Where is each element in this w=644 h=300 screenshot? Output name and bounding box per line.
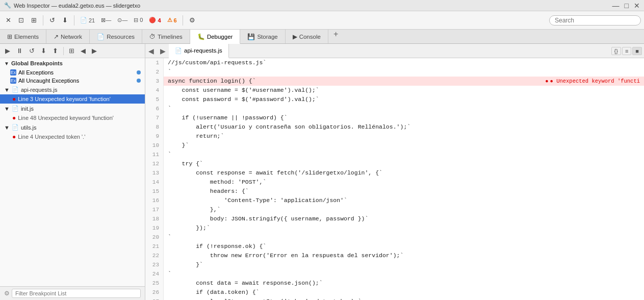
tab-elements[interactable]: ⊞ Elements xyxy=(0,30,46,43)
file-header-init[interactable]: ▼ 📄 init.js xyxy=(0,104,145,113)
line-number-8: 8 xyxy=(145,122,164,132)
timelines-icon: ⏱ xyxy=(149,33,156,40)
line-content-15: headers: {` xyxy=(164,187,644,196)
code-line-5: 5 const password = $('#password').val();… xyxy=(145,95,644,104)
tab-storage[interactable]: 💾 Storage xyxy=(240,30,285,43)
file-header-api-requests[interactable]: ▼ 📄 api-requests.js xyxy=(0,85,145,94)
line-content-14: method: 'POST',` xyxy=(164,178,644,187)
code-area[interactable]: 1//js/custom/api-requests.js`2`3async fu… xyxy=(145,58,644,300)
init-error-1[interactable]: ● Line 48 Unexpected keyword 'function' xyxy=(0,113,145,122)
breakpoints-panel: ▼ Global Breakpoints Ex All Exceptions E… xyxy=(0,58,145,286)
all-exceptions-dot xyxy=(137,70,141,74)
filter-input[interactable] xyxy=(12,289,141,298)
tab-network[interactable]: ↗ Network xyxy=(46,30,90,43)
search-input[interactable] xyxy=(549,15,641,26)
utils-error-1[interactable]: ● Line 4 Unexpected token '.' xyxy=(0,132,145,141)
filter-bar: ⚙ xyxy=(0,286,145,300)
tab-debugger[interactable]: 🐛 Debugger xyxy=(190,30,241,44)
code-line-12: 12 try {` xyxy=(145,159,644,168)
line-number-2: 2 xyxy=(145,67,164,77)
red-circle-1: ● xyxy=(12,95,16,103)
line-number-26: 26 xyxy=(145,288,164,297)
line-content-27: localStorage.setItem('token', data.token… xyxy=(164,297,644,300)
line-content-24: ` xyxy=(164,269,644,279)
line-number-16: 16 xyxy=(145,196,164,205)
tab-console[interactable]: ▶ Console xyxy=(286,30,328,43)
line-content-9: return;` xyxy=(164,132,644,141)
all-exceptions-checkbox[interactable]: Ex xyxy=(10,69,16,76)
toolbar-sep-2 xyxy=(74,15,74,26)
code-line-1: 1//js/custom/api-requests.js` xyxy=(145,58,644,67)
file-tab-api-requests[interactable]: 📄 api-requests.js xyxy=(169,44,229,58)
step-into-button[interactable]: ⬇ xyxy=(39,46,48,56)
code-line-16: 16 'Content-Type': 'application/json'` xyxy=(145,196,644,205)
all-uncaught-item[interactable]: Ex All Uncaught Exceptions xyxy=(0,77,145,85)
line-content-26: if (data.token) {` xyxy=(164,288,644,297)
toolbar-btn-2[interactable]: ⊡ xyxy=(16,15,27,26)
code-line-25: 25 const data = await response.json();` xyxy=(145,279,644,288)
line-content-20: ` xyxy=(164,233,644,242)
settings-button[interactable]: ⚙ xyxy=(187,15,198,26)
errors-count: 🔴 4 xyxy=(147,17,163,23)
maximize-button[interactable]: □ xyxy=(625,2,629,10)
line-content-23: }` xyxy=(164,260,644,269)
file-tab-icon: 📄 xyxy=(175,47,182,54)
nav-tabs: ⊞ Elements ↗ Network 📄 Resources ⏱ Timel… xyxy=(0,30,644,44)
reload-debug-button[interactable]: ↺ xyxy=(27,46,37,56)
console-icon: ▶ xyxy=(293,33,297,40)
format-btn-braces[interactable]: {} xyxy=(611,47,621,55)
file-tabs: ◀ ▶ 📄 api-requests.js {} ≡ ■ xyxy=(145,44,644,58)
scripts-count: 📄 21 xyxy=(78,17,97,23)
step-out-button[interactable]: ⬆ xyxy=(50,46,60,56)
warnings-count: ⚠ 6 xyxy=(165,17,179,23)
left-panel: ▶ ⏸ ↺ ⬇ ⬆ ⊞ ◀ ▶ ▼ Global Breakpoints Ex … xyxy=(0,44,145,300)
line-number-14: 14 xyxy=(145,178,164,187)
nav-back-button[interactable]: ◀ xyxy=(79,46,88,56)
all-uncaught-checkbox[interactable]: Ex xyxy=(10,78,16,84)
line-content-21: if (!response.ok) {` xyxy=(164,242,644,251)
file-back-button[interactable]: ◀ xyxy=(145,44,157,58)
file-header-utils[interactable]: ▼ 📄 utils.js xyxy=(0,122,145,132)
tab-timelines[interactable]: ⏱ Timelines xyxy=(142,30,190,43)
global-breakpoints-header[interactable]: ▼ Global Breakpoints xyxy=(0,58,145,68)
code-line-10: 10 }` xyxy=(145,141,644,150)
tab-resources[interactable]: 📄 Resources xyxy=(90,30,142,43)
filter-icon: ⚙ xyxy=(4,290,10,297)
code-line-23: 23 }` xyxy=(145,260,644,269)
titlebar: 🔧 Web Inspector — eudala2.getxo.eus — sl… xyxy=(0,0,644,11)
add-tab-button[interactable]: + xyxy=(328,30,343,43)
code-line-22: 22 throw new Error('Error en la respuest… xyxy=(145,251,644,260)
resources-icon: 📄 xyxy=(97,33,105,40)
reload-button[interactable]: ↺ xyxy=(47,15,58,26)
line-content-3: async function login() {` xyxy=(164,77,545,86)
line-number-18: 18 xyxy=(145,214,164,223)
toolbar-btn-1[interactable]: ✕ xyxy=(3,15,14,26)
storage-icon: 💾 xyxy=(247,33,255,40)
line-number-4: 4 xyxy=(145,86,164,95)
file-fwd-button[interactable]: ▶ xyxy=(157,44,169,58)
format-btn-lines[interactable]: ≡ xyxy=(622,47,631,55)
line-number-1: 1 xyxy=(145,58,164,67)
close-button[interactable]: ✕ xyxy=(634,2,640,10)
line-number-24: 24 xyxy=(145,269,164,279)
code-line-18: 18 body: JSON.stringify({ username, pass… xyxy=(145,214,644,223)
pause-button[interactable]: ▶ xyxy=(3,46,12,56)
error-marker-3: ● ● Unexpected keyword 'functi xyxy=(545,77,644,86)
file-arrow-1: ▼ xyxy=(4,87,10,93)
format-btn-block[interactable]: ■ xyxy=(632,47,642,55)
code-line-11: 11` xyxy=(145,150,644,159)
elements-icon: ⊞ xyxy=(7,33,12,40)
toolbar-btn-3[interactable]: ⊞ xyxy=(29,15,39,26)
api-requests-error-1[interactable]: ● Line 3 Unexpected keyword 'function' xyxy=(0,94,145,104)
toggle-view-button[interactable]: ⊞ xyxy=(67,46,76,56)
step-over-button[interactable]: ⏸ xyxy=(14,46,25,56)
minimize-button[interactable]: — xyxy=(612,2,620,10)
line-number-7: 7 xyxy=(145,113,164,122)
nav-fwd-button[interactable]: ▶ xyxy=(90,46,99,56)
line-content-11: ` xyxy=(164,150,644,159)
all-exceptions-item[interactable]: Ex All Exceptions xyxy=(0,68,145,77)
file-arrow-2: ▼ xyxy=(4,106,10,112)
line-content-17: },` xyxy=(164,205,644,214)
download-button[interactable]: ⬇ xyxy=(60,15,70,26)
line-number-12: 12 xyxy=(145,159,164,168)
